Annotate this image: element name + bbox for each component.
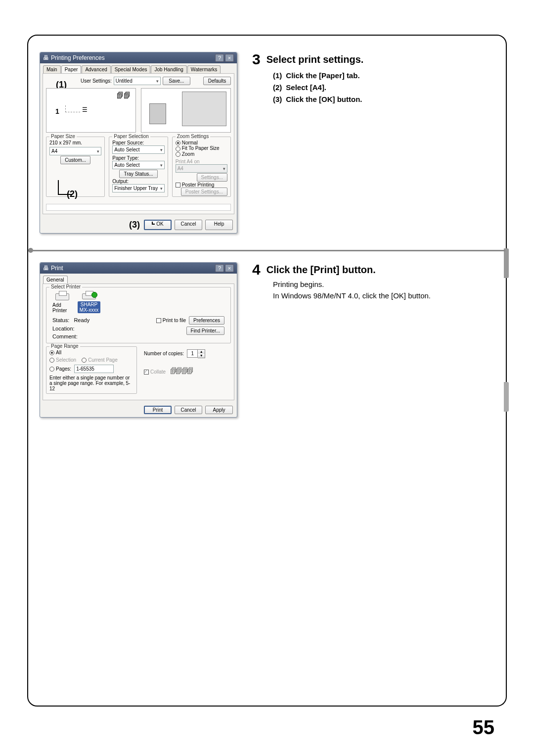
close-icon[interactable]: ×	[225, 54, 234, 62]
group-paper-selection: Paper Selection Paper Source: Auto Selec…	[109, 137, 168, 197]
user-settings-label: User Settings:	[81, 78, 112, 84]
tab-watermarks[interactable]: Watermarks	[187, 65, 221, 73]
ok-button[interactable]: OK	[144, 220, 172, 230]
sharp-printer-item[interactable]: SHARP MX-xxxx	[79, 293, 99, 313]
paper-type-combo[interactable]: Auto Select▾	[112, 161, 164, 169]
paper-source-value: Auto Select	[114, 147, 139, 152]
radio-all[interactable]: All	[49, 350, 134, 355]
callout-3: (3)	[129, 220, 140, 230]
step-3-substeps: (1)Click the [Paper] tab. (2)Select [A4]…	[273, 70, 492, 105]
preview-guide	[65, 105, 80, 112]
poster-settings-button: Poster Settings...	[181, 188, 227, 196]
paper-source-combo[interactable]: Auto Select▾	[112, 145, 164, 154]
print-titlebar: 🖶 Print ? ×	[40, 263, 237, 274]
tab-general[interactable]: General	[43, 276, 68, 284]
tabs-strip: Main Paper Advanced Special Modes Job Ha…	[40, 63, 237, 73]
group-page-range: Page Range All Selection Current Page Pa…	[46, 346, 137, 394]
step-3-title: Select print settings.	[267, 54, 364, 65]
output-combo[interactable]: Finisher Upper Tray▾	[112, 184, 164, 192]
pages-input[interactable]: 1-65535	[74, 365, 114, 373]
save-button[interactable]: Save...	[163, 77, 190, 85]
status-label: Status:	[52, 317, 69, 323]
tab-job-handling[interactable]: Job Handling	[151, 65, 186, 73]
paper-type-label: Paper Type:	[112, 155, 164, 161]
radio-current: Current Page	[82, 357, 117, 363]
radio-selection: Selection	[49, 357, 76, 363]
preview-copies: 1	[55, 107, 59, 115]
preferences-button[interactable]: Preferences	[189, 316, 224, 325]
zoom-settings-button: Settings...	[197, 173, 227, 182]
user-settings-combo[interactable]: Untitled▾	[114, 77, 161, 85]
callout-2-line	[58, 180, 72, 195]
output-label: Output:	[112, 179, 164, 184]
paper-type-value: Auto Select	[114, 162, 139, 168]
print-cancel-button[interactable]: Cancel	[175, 406, 202, 414]
spinner-up-icon[interactable]: ▲	[198, 350, 205, 354]
chevron-down-icon: ▾	[223, 166, 225, 171]
print-on-value: A4	[178, 166, 183, 171]
radio-fit[interactable]: Fit To Paper Size	[176, 145, 227, 151]
checkbox-poster[interactable]: Poster Printing	[176, 182, 227, 188]
chevron-down-icon: ▾	[160, 147, 163, 152]
group-select-printer: Select Printer Add Printer SHARP MX-xxxx	[46, 287, 231, 343]
help-button[interactable]: Help	[205, 220, 233, 230]
user-settings-value: Untitled	[116, 78, 133, 84]
cancel-button[interactable]: Cancel	[175, 220, 202, 230]
add-printer-label: Add Printer	[52, 302, 72, 313]
divider-dot	[28, 248, 33, 253]
spinner-down-icon[interactable]: ▼	[198, 354, 205, 358]
print-button[interactable]: Print	[144, 406, 172, 414]
printer-illustration	[182, 92, 226, 126]
select-printer-legend: Select Printer	[49, 284, 82, 289]
radio-pages[interactable]: Pages:	[49, 366, 71, 372]
output-value: Finisher Upper Tray	[114, 186, 158, 191]
step-4-title: Click the [Print] button.	[267, 264, 376, 276]
dialog-titlebar: 🖶 Printing Preferences ? ×	[40, 52, 237, 63]
paper-dim: 210 x 297 mm.	[49, 140, 101, 145]
chevron-down-icon: ▾	[160, 163, 163, 168]
zoom-legend: Zoom Settings	[176, 134, 210, 139]
help-icon[interactable]: ?	[215, 264, 224, 272]
preview-left: 🗐🗐 1 ☰	[46, 88, 136, 133]
radio-normal[interactable]: Normal	[176, 140, 227, 145]
paper-selection-legend: Paper Selection	[112, 134, 150, 139]
print-to-file-checkbox[interactable]: Print to file	[156, 318, 186, 323]
copies-label: Number of copies:	[144, 351, 184, 356]
tray-status-button[interactable]: Tray Status...	[119, 170, 157, 178]
group-zoom: Zoom Settings Normal Fit To Paper Size Z…	[172, 137, 231, 197]
tab-advanced[interactable]: Advanced	[82, 65, 110, 73]
page-range-legend: Page Range	[49, 343, 80, 349]
close-icon[interactable]: ×	[225, 264, 234, 272]
apply-button[interactable]: Apply	[205, 406, 233, 414]
print-on-label: Print A4 on	[176, 159, 227, 164]
preview-right	[141, 88, 231, 133]
comment-label: Comment:	[52, 332, 89, 341]
group-paper-size: Paper Size 210 x 297 mm. A4▾ Custom...	[46, 137, 105, 197]
defaults-button[interactable]: Defaults	[203, 77, 231, 85]
collate-icon: 🗐🗐 🗐🗐	[170, 367, 192, 375]
find-printer-button[interactable]: Find Printer...	[186, 327, 224, 335]
pages-stack-icon: 🗐🗐	[117, 92, 131, 99]
side-tab-marker	[504, 248, 509, 278]
status-field	[46, 204, 231, 211]
custom-button[interactable]: Custom...	[60, 156, 90, 164]
paper-size-legend: Paper Size	[49, 134, 77, 139]
side-tab-marker-2	[504, 382, 509, 412]
add-printer-item[interactable]: Add Printer	[52, 293, 72, 313]
radio-zoom[interactable]: Zoom	[176, 151, 227, 157]
paper-size-combo[interactable]: A4▾	[49, 147, 101, 155]
add-printer-icon	[55, 293, 69, 300]
print-on-combo: A4▾	[176, 164, 227, 173]
printer-icon: 🖶	[43, 265, 49, 272]
step-4-desc-1: Printing begins.	[273, 279, 492, 290]
print-title: Print	[51, 265, 63, 272]
collate-checkbox: Collate	[144, 369, 166, 375]
dialog-title: Printing Preferences	[51, 54, 105, 61]
paper-size-value: A4	[51, 148, 57, 154]
copies-spinner[interactable]: 1 ▲▼	[187, 349, 205, 358]
location-label: Location:	[52, 325, 89, 333]
tab-paper[interactable]: Paper	[61, 65, 82, 73]
help-icon[interactable]: ?	[215, 54, 224, 62]
tab-special-modes[interactable]: Special Modes	[111, 65, 151, 73]
tab-main[interactable]: Main	[43, 65, 61, 73]
